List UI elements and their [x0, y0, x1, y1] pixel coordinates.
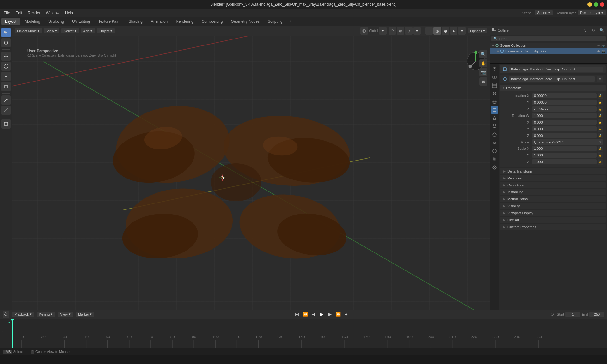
menu-edit[interactable]: Edit: [13, 10, 25, 16]
relations-section[interactable]: ▶ Relations: [500, 175, 606, 181]
props-tab-render[interactable]: [491, 65, 498, 73]
viewport-global-icon[interactable]: [360, 27, 368, 35]
viewport-canvas[interactable]: User Perspective (1) Scene Collection | …: [12, 36, 490, 310]
transform-section-header[interactable]: ▾ Transform: [500, 85, 606, 91]
viewport-shading-render[interactable]: ●: [450, 27, 457, 35]
rotation-mode-select[interactable]: Quaternion (WXYZ) ▾: [532, 139, 603, 145]
props-tab-physics[interactable]: [491, 131, 498, 138]
next-frame-btn[interactable]: ▶: [327, 311, 334, 318]
rotation-z-lock[interactable]: 🔓: [598, 133, 603, 138]
location-x-lock[interactable]: 🔓: [598, 93, 603, 99]
view-btn[interactable]: View ▾: [58, 312, 73, 317]
proportional-dropdown[interactable]: ▾: [413, 27, 421, 35]
location-y-lock[interactable]: 🔓: [598, 100, 603, 105]
global-dropdown-arrow[interactable]: ▾: [379, 27, 387, 35]
marker-btn[interactable]: Marker ▾: [76, 312, 94, 317]
snap-magnet-icon[interactable]: [389, 27, 396, 35]
instancing-section[interactable]: ▶ Instancing: [500, 189, 606, 195]
motion-paths-section[interactable]: ▶ Motion Paths: [500, 196, 606, 202]
outliner-filter-btn[interactable]: ⊽: [582, 27, 589, 34]
cursor-tool[interactable]: [1, 38, 11, 47]
viewport-view-selector[interactable]: View ▾: [44, 28, 59, 33]
props-tab-shaderfx[interactable]: [491, 164, 498, 171]
outliner-search-btn[interactable]: 🔍: [598, 27, 605, 34]
keying-btn[interactable]: Keying ▾: [37, 312, 55, 317]
rotate-tool[interactable]: [1, 62, 11, 71]
tab-sculpting[interactable]: Sculpting: [45, 18, 68, 25]
timeline-clock-icon[interactable]: ⏱: [3, 311, 9, 318]
props-tab-particles[interactable]: [491, 123, 498, 130]
tab-geometry-nodes[interactable]: Geometry Nodes: [227, 18, 263, 25]
rotation-x-field[interactable]: 0.000: [532, 120, 597, 125]
viewport[interactable]: Object Mode ▾ View ▾ Select ▾ Add ▾ Obje…: [12, 26, 490, 310]
menu-file[interactable]: File: [1, 10, 12, 16]
grid-snap-tool[interactable]: ⊞: [479, 77, 487, 86]
pan-tool[interactable]: ✋: [479, 59, 487, 67]
viewport-shading-solid[interactable]: ◑: [433, 27, 441, 35]
props-tab-constraints[interactable]: [491, 139, 498, 147]
tab-texture-paint[interactable]: Texture Paint: [95, 18, 124, 25]
renderlayer-selector[interactable]: RenderLayer ▾: [578, 10, 606, 15]
scene-collection-render[interactable]: 📷: [601, 44, 605, 47]
add-workspace-button[interactable]: +: [287, 18, 294, 25]
outliner-search-input[interactable]: 🔍 Filter...: [491, 36, 606, 41]
viewport-display-section[interactable]: ▶ Viewport Display: [500, 210, 606, 216]
viewport-shading-wire[interactable]: □: [425, 27, 433, 35]
camera-tool[interactable]: 📷: [479, 68, 487, 76]
start-frame-input[interactable]: 1: [565, 312, 580, 317]
custom-properties-section[interactable]: ▶ Custom Properties: [500, 224, 606, 230]
props-tab-material[interactable]: [491, 155, 498, 163]
location-y-field[interactable]: 0.00000: [532, 100, 597, 105]
scene-selector[interactable]: Scene ▾: [535, 10, 553, 15]
rotation-y-field[interactable]: 0.000: [532, 126, 597, 131]
tab-scripting[interactable]: Scripting: [264, 18, 286, 25]
viewport-select-btn[interactable]: Select ▾: [61, 28, 79, 33]
tab-layout[interactable]: Layout: [1, 18, 20, 25]
location-x-field[interactable]: 0.00000: [532, 93, 597, 98]
tab-uv-editing[interactable]: UV Editing: [68, 18, 94, 25]
visibility-section[interactable]: ▶ Visibility: [500, 203, 606, 209]
end-frame-input[interactable]: 250: [589, 312, 604, 317]
tab-shading[interactable]: Shading: [125, 18, 146, 25]
annotate-tool[interactable]: [1, 95, 11, 105]
props-tab-viewlayer[interactable]: [491, 82, 498, 89]
props-tab-output[interactable]: [491, 73, 498, 81]
menu-help[interactable]: Help: [63, 10, 76, 16]
props-tab-scene[interactable]: [491, 90, 498, 97]
jump-start-btn[interactable]: ⏮: [294, 311, 301, 318]
props-tab-world[interactable]: [491, 98, 498, 106]
playback-btn[interactable]: Playback ▾: [12, 312, 34, 317]
measure-tool[interactable]: [1, 106, 11, 115]
props-tab-object[interactable]: [491, 106, 498, 114]
jump-end-btn[interactable]: ⏭: [343, 311, 350, 318]
tab-compositing[interactable]: Compositing: [198, 18, 227, 25]
mesh-browse-btn[interactable]: ⊕: [597, 76, 603, 82]
tab-modeling[interactable]: Modeling: [21, 18, 44, 25]
scale-x-lock[interactable]: 🔓: [598, 146, 603, 151]
snap-options-icon[interactable]: ⊕: [397, 27, 404, 35]
viewport-mode-selector[interactable]: Object Mode ▾: [15, 28, 42, 33]
line-art-section[interactable]: ▶ Line Art: [500, 217, 606, 223]
object-name-field[interactable]: Balenciaga_Barefoot_Zero_Slip_On_right: [509, 67, 603, 72]
delta-transform-section[interactable]: ▶ Delta Transform: [500, 168, 606, 174]
viewport-shading-options[interactable]: ▾: [458, 27, 466, 35]
tab-rendering[interactable]: Rendering: [172, 18, 197, 25]
tab-animation[interactable]: Animation: [147, 18, 171, 25]
collections-section[interactable]: ▶ Collections: [500, 182, 606, 188]
add-primitive-tool[interactable]: [1, 119, 11, 129]
item-vis[interactable]: 👁: [597, 50, 600, 53]
outliner-item-selected[interactable]: ▾ Balenciaga_Zero_Slip_On 👁 📷: [490, 48, 607, 54]
scale-y-field[interactable]: 1.000: [532, 153, 597, 158]
rotation-x-lock[interactable]: 🔓: [598, 119, 603, 125]
props-tab-modifier[interactable]: [491, 114, 498, 122]
scale-y-lock[interactable]: 🔓: [598, 152, 603, 158]
viewport-object-btn[interactable]: Object ▾: [97, 28, 115, 33]
rotation-y-lock[interactable]: 🔓: [598, 126, 603, 132]
mesh-name-field[interactable]: Balenciaga_Barefoot_Zero_Slip_On_right: [509, 76, 595, 82]
scene-collection-row[interactable]: ▾ Scene Collection 👁 📷: [490, 43, 607, 48]
location-z-field[interactable]: -1.73465: [532, 106, 597, 112]
maximize-button[interactable]: [594, 2, 598, 7]
scale-z-field[interactable]: 1.000: [532, 159, 597, 164]
viewport-options-btn[interactable]: Options ▾: [468, 28, 487, 33]
rotation-w-lock[interactable]: 🔓: [598, 113, 603, 118]
